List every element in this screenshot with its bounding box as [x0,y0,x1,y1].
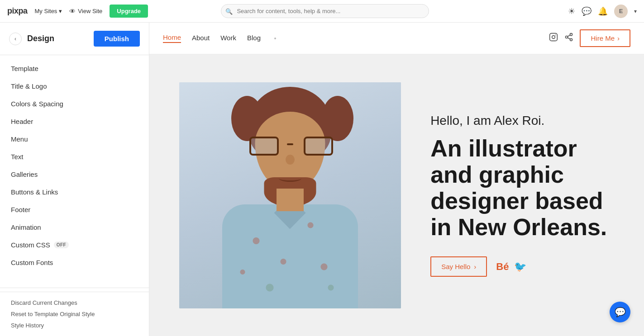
say-hello-button[interactable]: Say Hello › [430,256,487,277]
sidebar-item-menu[interactable]: Menu [0,130,149,148]
sidebar-nav: Template Title & Logo Colors & Spacing H… [0,55,149,284]
chat-bubble-button[interactable]: 💬 [610,302,630,322]
back-icon: ‹ [14,36,16,42]
sidebar-item-label: Template [11,65,38,72]
preview-nav-right: Hire Me › [549,29,630,47]
hire-me-label: Hire Me [591,34,615,42]
sidebar-item-label: Footer [11,206,30,213]
sidebar-item-label: Galleries [11,170,38,178]
nav-link-work[interactable]: Work [220,34,236,43]
hero-headline: An illustrator and graphic designer base… [430,135,621,241]
sidebar-item-label: Header [11,118,33,125]
share-icon[interactable] [564,33,573,44]
my-sites-label: My Sites [35,8,57,14]
sidebar-divider [0,288,149,288]
search-input[interactable] [221,4,429,18]
sidebar-item-label: Custom CSS [11,241,50,249]
eye-icon: 👁 [69,8,76,15]
view-site-button[interactable]: 👁 View Site [69,8,102,15]
preview-nav: Home About Work Blog [149,23,644,54]
back-button[interactable]: ‹ [9,33,22,45]
topbar: pixpa My Sites ▾ 👁 View Site Upgrade 🔍 ☀… [0,0,644,23]
my-sites-menu[interactable]: My Sites ▾ [35,8,62,14]
search-container: 🔍 [221,4,429,18]
publish-button[interactable]: Publish [94,31,140,47]
twitter-icon[interactable]: 🐦 [514,261,526,273]
say-hello-arrow: › [474,263,476,270]
nav-link-blog[interactable]: Blog [247,34,261,43]
sidebar-item-footer[interactable]: Footer [0,201,149,218]
preview-image-container [149,69,421,322]
sidebar-item-label: Title & Logo [11,82,47,90]
chat-icon: 💬 [615,307,626,317]
hero-social-links: Bé 🐦 [496,261,526,273]
custom-css-badge: OFF [54,241,69,248]
hire-me-arrow: › [617,34,620,42]
preview-hero: Hello, I am Alex Roi. An illustrator and… [149,54,644,336]
pixpa-logo: pixpa [7,6,28,16]
say-hello-label: Say Hello [441,263,470,270]
nav-dot [274,38,276,39]
svg-line-6 [568,38,571,39]
preview-frame: Home About Work Blog [149,23,644,336]
topbar-right: ☀ 💬 🔔 E ▾ [568,5,637,18]
view-site-label: View Site [78,8,102,14]
sidebar-item-animation[interactable]: Animation [0,218,149,236]
sidebar-item-header[interactable]: Header [0,113,149,130]
style-history-link[interactable]: Style History [11,322,138,329]
chevron-down-icon: ▾ [59,8,62,14]
sidebar-item-custom-css[interactable]: Custom CSS OFF [0,236,149,254]
sidebar-header: ‹ Design Publish [0,23,149,55]
sidebar-item-label: Colors & Spacing [11,100,63,108]
sidebar-item-buttons-links[interactable]: Buttons & Links [0,183,149,201]
preview-text-container: Hello, I am Alex Roi. An illustrator and… [421,95,644,295]
hero-greeting: Hello, I am Alex Roi. [430,114,621,128]
main-layout: ‹ Design Publish Template Title & Logo C… [0,23,644,336]
sidebar-item-label: Custom Fonts [11,259,53,266]
sidebar-item-label: Animation [11,223,41,231]
instagram-icon[interactable] [549,33,558,44]
nav-link-home[interactable]: Home [163,33,181,43]
upgrade-button[interactable]: Upgrade [110,5,148,18]
preview-nav-links: Home About Work Blog [163,33,279,43]
sidebar-item-galleries[interactable]: Galleries [0,166,149,183]
svg-line-7 [568,35,571,36]
svg-rect-0 [550,33,558,41]
bell-icon[interactable]: 🔔 [598,6,608,16]
sidebar-item-custom-fonts[interactable]: Custom Fonts [0,254,149,271]
reset-template-link[interactable]: Reset to Template Original Style [11,311,138,317]
sidebar-item-label: Text [11,153,24,161]
sidebar: ‹ Design Publish Template Title & Logo C… [0,23,149,336]
svg-point-1 [552,36,555,39]
hire-me-button[interactable]: Hire Me › [580,29,630,47]
preview-area: Home About Work Blog [149,23,644,336]
sidebar-item-label: Buttons & Links [11,188,58,196]
behance-icon[interactable]: Bé [496,261,509,273]
sidebar-item-title-logo[interactable]: Title & Logo [0,77,149,95]
sun-icon[interactable]: ☀ [568,6,575,16]
preview-content: Hello, I am Alex Roi. An illustrator and… [149,54,644,336]
avatar[interactable]: E [614,5,628,18]
sidebar-item-text[interactable]: Text [0,148,149,166]
sidebar-item-template[interactable]: Template [0,60,149,77]
svg-point-2 [555,35,556,36]
comment-icon[interactable]: 💬 [582,6,592,16]
hero-portrait [179,82,401,308]
sidebar-footer: Discard Current Changes Reset to Templat… [0,292,149,336]
account-chevron-icon[interactable]: ▾ [634,8,637,14]
preview-cta-row: Say Hello › Bé 🐦 [430,256,621,277]
sidebar-item-colors-spacing[interactable]: Colors & Spacing [0,95,149,113]
nav-link-about[interactable]: About [192,34,210,43]
search-icon: 🔍 [225,8,233,14]
discard-changes-link[interactable]: Discard Current Changes [11,299,138,306]
sidebar-title: Design [27,34,54,43]
sidebar-item-label: Menu [11,135,28,143]
